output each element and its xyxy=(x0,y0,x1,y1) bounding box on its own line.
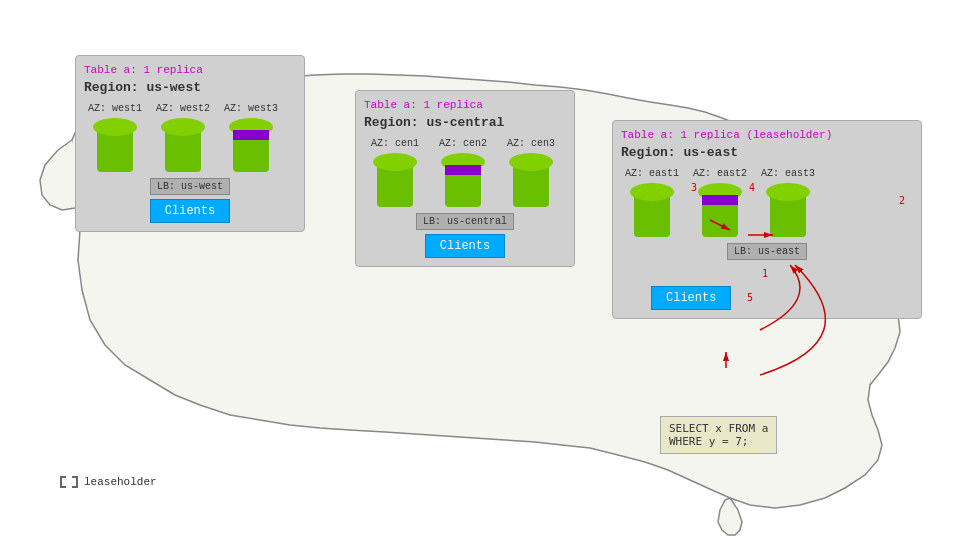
cylinder-west1 xyxy=(93,118,137,172)
cylinder-east2 xyxy=(698,183,742,237)
sql-box: SELECT x FROM a WHERE y = 7; xyxy=(660,416,777,454)
az-west2: AZ: west2 xyxy=(152,103,214,172)
cylinder-cen2 xyxy=(441,153,485,207)
cylinder-cen3-top xyxy=(509,153,553,171)
az-cen2-label: AZ: cen2 xyxy=(439,138,487,149)
az-cen1: AZ: cen1 xyxy=(364,138,426,207)
cylinder-cen1-top xyxy=(373,153,417,171)
az-east1-label: AZ: east1 xyxy=(625,168,679,179)
cylinder-west1-top xyxy=(93,118,137,136)
arrow-num-3: 3 xyxy=(691,182,697,193)
leaseholder-band-cen2 xyxy=(445,165,481,175)
cylinder-east1 xyxy=(630,183,674,237)
lb-west: LB: us-west xyxy=(150,178,230,195)
az-east1: AZ: east1 xyxy=(621,168,683,237)
cylinder-east3-top xyxy=(766,183,810,201)
az-row-central: AZ: cen1 AZ: cen2 AZ: cen3 xyxy=(364,138,566,207)
cylinder-cen3 xyxy=(509,153,553,207)
clients-button-west[interactable]: Clients xyxy=(150,199,230,223)
leaseholder-legend-icon xyxy=(60,476,78,488)
region-us-central: Table a: 1 replica Region: us-central AZ… xyxy=(355,90,575,267)
legend-label: leaseholder xyxy=(84,476,157,488)
arrow-num-1: 1 xyxy=(762,268,768,279)
az-row-east: AZ: east1 AZ: east2 3 4 AZ: east3 xyxy=(621,168,913,237)
az-row-west: AZ: west1 AZ: west2 AZ: west3 xyxy=(84,103,296,172)
region-us-east: Table a: 1 replica (leaseholder) Region:… xyxy=(612,120,922,319)
region-east-name: Region: us-east xyxy=(621,145,913,160)
az-west1: AZ: west1 xyxy=(84,103,146,172)
az-west1-label: AZ: west1 xyxy=(88,103,142,114)
az-west3-label: AZ: west3 xyxy=(224,103,278,114)
az-west3: AZ: west3 xyxy=(220,103,282,172)
leaseholder-band-east2 xyxy=(702,195,738,205)
az-east3-label: AZ: east3 xyxy=(761,168,815,179)
region-central-name: Region: us-central xyxy=(364,115,566,130)
az-east2-label: AZ: east2 xyxy=(693,168,747,179)
region-us-west: Table a: 1 replica Region: us-west AZ: w… xyxy=(75,55,305,232)
cylinder-cen1 xyxy=(373,153,417,207)
az-cen3-label: AZ: cen3 xyxy=(507,138,555,149)
arrow-num-4: 4 xyxy=(749,182,755,193)
legend: leaseholder xyxy=(60,476,157,488)
az-west2-label: AZ: west2 xyxy=(156,103,210,114)
arrow-num-5: 5 xyxy=(747,292,753,303)
cylinder-west3 xyxy=(229,118,273,172)
cylinder-west2-top xyxy=(161,118,205,136)
az-east3: AZ: east3 xyxy=(757,168,819,237)
leaseholder-band-west3 xyxy=(233,130,269,140)
lb-east: LB: us-east xyxy=(727,243,807,260)
cylinder-east3 xyxy=(766,183,810,237)
clients-button-east[interactable]: Clients xyxy=(651,286,731,310)
region-east-title: Table a: 1 replica (leaseholder) xyxy=(621,129,913,141)
region-west-name: Region: us-west xyxy=(84,80,296,95)
cylinder-west2 xyxy=(161,118,205,172)
region-west-title: Table a: 1 replica xyxy=(84,64,296,76)
lb-central: LB: us-central xyxy=(416,213,514,230)
az-east2: AZ: east2 3 4 xyxy=(689,168,751,237)
cylinder-east1-top xyxy=(630,183,674,201)
az-cen1-label: AZ: cen1 xyxy=(371,138,419,149)
region-central-title: Table a: 1 replica xyxy=(364,99,566,111)
sql-text: SELECT x FROM a WHERE y = 7; xyxy=(669,422,768,448)
arrow-num-2: 2 xyxy=(899,195,905,206)
az-cen2: AZ: cen2 xyxy=(432,138,494,207)
clients-button-central[interactable]: Clients xyxy=(425,234,505,258)
az-cen3: AZ: cen3 xyxy=(500,138,562,207)
